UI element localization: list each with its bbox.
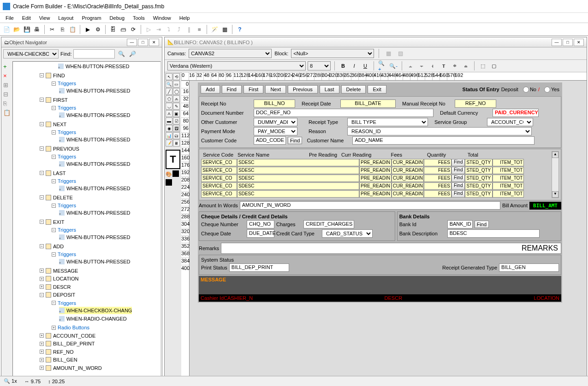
tree-item[interactable]: WHEN-RADIO-CHANGED	[66, 315, 127, 322]
tree-triggers[interactable]: Triggers	[58, 80, 76, 87]
find-row-button[interactable]: Find	[451, 182, 465, 190]
cell-sdesc[interactable]: SDESC	[237, 182, 359, 190]
grid-row[interactable]: SERVICE_COSDESCPRE_READINCUR_READINFEESF…	[201, 182, 552, 190]
rotate-tool-icon[interactable]: ⟲	[173, 73, 180, 80]
cell-fees[interactable]: FEES	[424, 182, 451, 190]
magnify-tool-icon[interactable]: 🔍	[166, 81, 172, 88]
tree-triggers[interactable]: Triggers	[58, 202, 76, 209]
line-swatch-icon[interactable]	[166, 179, 172, 186]
first-button[interactable]: First	[244, 85, 263, 94]
tree-triggers[interactable]: Triggers	[58, 104, 76, 111]
align-middle-icon[interactable]: ⫩	[450, 61, 459, 70]
cell-fees[interactable]: FEES	[424, 175, 451, 182]
tree-item[interactable]: ACCOUNT_CODE	[53, 332, 95, 339]
tree-triggers[interactable]: Triggers	[58, 177, 76, 185]
maximize-icon[interactable]: □	[138, 39, 148, 46]
frame-tool-icon[interactable]: ▣	[173, 110, 180, 117]
expand-toggle[interactable]: +	[40, 277, 44, 281]
copy-node-icon[interactable]: ⎘	[3, 100, 10, 106]
polyline-tool-icon[interactable]: ⩕	[173, 95, 180, 102]
menu-edit[interactable]: Edit	[18, 14, 35, 22]
cell-qty[interactable]: STED_QTY	[465, 175, 493, 182]
find-prev-icon[interactable]: 🔎	[128, 49, 137, 58]
cell-qty[interactable]: STED_QTY	[465, 159, 493, 166]
pointer-tool-icon[interactable]: ↖	[166, 73, 172, 80]
expand-toggle[interactable]: +	[40, 366, 44, 370]
canvas-select[interactable]: CANVAS2	[189, 49, 272, 58]
textitem-tool-icon[interactable]: 📝	[166, 140, 172, 146]
collapse-toggle[interactable]: −	[52, 204, 56, 208]
button-tool-icon[interactable]: ▬	[166, 117, 172, 124]
collapse-toggle[interactable]: −	[52, 106, 56, 110]
tree-item[interactable]: PREVIOUS	[53, 145, 79, 152]
expand-toggle[interactable]: +	[40, 285, 44, 289]
pause-icon[interactable]: ‖	[184, 25, 194, 34]
cell-pre-reading[interactable]: PRE_READIN	[359, 159, 392, 166]
deposit-no-radio[interactable]: No	[523, 87, 536, 93]
db2-icon[interactable]: 🗃	[119, 25, 128, 34]
bill-date-field[interactable]: BILL_DATE	[340, 99, 396, 108]
menu-tools[interactable]: Tools	[129, 14, 148, 22]
form-icon[interactable]: ▦	[220, 25, 229, 34]
previous-button[interactable]: Previous	[288, 85, 318, 94]
cell-total[interactable]: ITEM_TOT	[493, 159, 524, 166]
paid-currency-field[interactable]: PAID_CURRENCY	[493, 109, 539, 117]
cell-sdesc[interactable]: SDESC	[237, 190, 359, 198]
help-icon[interactable]: ?	[235, 25, 244, 34]
underline-icon[interactable]: U	[361, 61, 370, 70]
paste-node-icon[interactable]: 📋	[3, 109, 10, 116]
new-icon[interactable]: 📄	[2, 25, 11, 34]
line-tool-icon[interactable]: ╱	[166, 88, 172, 95]
cell-qty[interactable]: STED_QTY	[465, 190, 493, 198]
collapse-toggle[interactable]: −	[40, 146, 44, 151]
tree-item[interactable]: WHEN-BUTTON-PRESSED	[66, 258, 131, 265]
black-swatch-icon[interactable]	[172, 170, 179, 177]
ref-no-field[interactable]: REF_NO	[455, 99, 496, 108]
play-icon[interactable]: ▷	[144, 25, 153, 34]
bill-no-field[interactable]: BILL_NO	[254, 99, 295, 108]
collapse-toggle[interactable]: −	[40, 293, 44, 297]
expand-toggle[interactable]: +	[40, 269, 44, 273]
grid-row[interactable]: SERVICE_COSDESCPRE_READINCUR_READINFEESF…	[201, 167, 552, 174]
radio-tool-icon[interactable]: ◉	[166, 125, 172, 132]
frame-icon[interactable]: ▦	[384, 49, 393, 58]
collapse-toggle[interactable]: −	[40, 73, 44, 77]
remarks-field[interactable]: REMARKS	[221, 243, 561, 254]
menu-help[interactable]: Help	[176, 14, 194, 22]
cell-total[interactable]: ITEM_TOT	[493, 167, 524, 174]
expand-toggle[interactable]: +	[40, 358, 44, 362]
tree-triggers[interactable]: Triggers	[58, 299, 76, 307]
card-status-select[interactable]: CARD_STATUS	[322, 229, 373, 238]
collapse-toggle[interactable]: −	[52, 228, 56, 232]
frame2-icon[interactable]: ▧	[396, 49, 405, 58]
text-tool-icon[interactable]: A	[166, 110, 172, 117]
cell-service-code[interactable]: SERVICE_CO	[201, 182, 237, 190]
align-bottom-icon[interactable]: ⫨	[461, 61, 470, 70]
find-input[interactable]	[73, 49, 115, 58]
minimize-icon[interactable]: —	[552, 39, 562, 46]
cell-qty[interactable]: STED_QTY	[465, 167, 493, 174]
find-row-button[interactable]: Find	[451, 167, 465, 174]
tree-item[interactable]: EXIT	[53, 218, 64, 226]
block-select[interactable]: <Null>	[291, 49, 374, 58]
due-date-field[interactable]: DUE_DATE	[247, 229, 274, 238]
tree-item[interactable]: WHEN-BUTTON-PRESSED	[66, 209, 131, 216]
cell-cur-reading[interactable]: CUR_READIN	[392, 159, 424, 166]
rect-tool-icon[interactable]: ▭	[173, 81, 180, 88]
tree-triggers[interactable]: Triggers	[58, 129, 76, 136]
collapse-toggle[interactable]: −	[40, 98, 44, 102]
grid-row[interactable]: SERVICE_COSDESCPRE_READINCUR_READINFEESF…	[201, 190, 552, 198]
tree-item[interactable]: WHEN-BUTTON-PRESSED	[66, 185, 131, 192]
amount-words-field[interactable]: AMOUNT_IN_WORD	[240, 201, 500, 210]
collapse-icon[interactable]: ⊟	[3, 91, 10, 97]
bill-gen-field[interactable]: BILL_GEN	[499, 263, 559, 272]
tree-item[interactable]: Radio Buttons	[58, 324, 89, 331]
align-top-icon[interactable]: ⫪	[439, 61, 448, 70]
tree-triggers[interactable]: Triggers	[58, 251, 76, 258]
align-center-icon[interactable]: ⫟	[417, 61, 426, 70]
fill-color-icon[interactable]: 🎨	[166, 171, 172, 178]
tree-item[interactable]: WHEN-BUTTON-PRESSED	[66, 136, 131, 143]
bdesc-field[interactable]: BDESC	[447, 229, 540, 238]
delete-button[interactable]: Delete	[341, 85, 366, 94]
cell-cur-reading[interactable]: CUR_READIN	[392, 167, 424, 174]
